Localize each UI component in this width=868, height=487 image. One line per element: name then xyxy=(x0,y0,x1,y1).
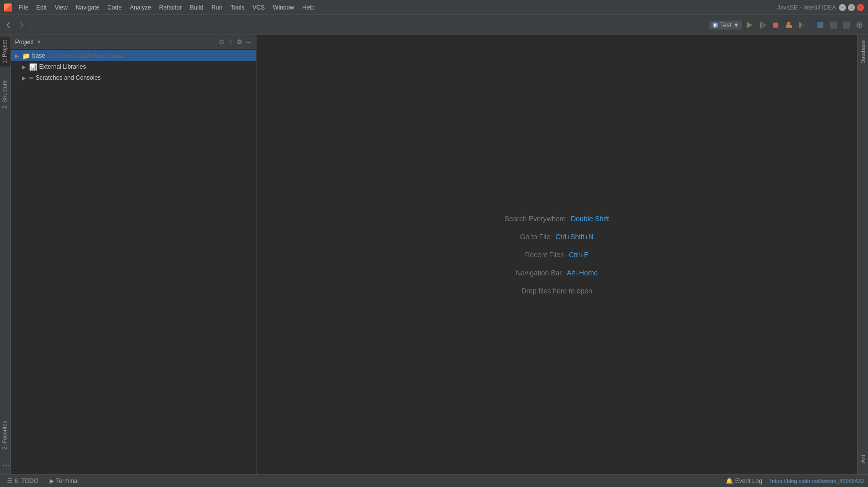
sidebar-item-database[interactable]: Database xyxy=(858,37,867,67)
left-tool-windows: 1: Project 2: Structure 2: Favorites ⋮ xyxy=(0,35,11,474)
run-config-selector[interactable]: Test ▼ xyxy=(709,21,742,30)
settings-button[interactable] xyxy=(854,20,865,31)
run-config-name: Test xyxy=(720,22,731,29)
tree-item-base[interactable]: ▶ 📁 base D:\Develop\IDEA\JavaSE\base xyxy=(11,50,256,61)
collapse-all-icon[interactable]: ≡ xyxy=(228,37,234,47)
stop-button[interactable] xyxy=(770,20,781,31)
project-panel: Project ▼ ⊙ ≡ ⚙ ─ ▶ 📁 base D:\Develop\ID… xyxy=(11,35,257,474)
menu-file[interactable]: File xyxy=(15,3,32,12)
hint-drop-files: Drop files here to open xyxy=(521,287,592,295)
update-button[interactable] xyxy=(815,20,826,31)
project-dropdown-arrow[interactable]: ▼ xyxy=(37,39,42,45)
hint-search-everywhere: Search Everywhere Double Shift xyxy=(505,215,609,223)
tab-todo[interactable]: ☰ 6: TODO xyxy=(4,476,42,485)
hint-nav-label: Navigation Bar xyxy=(516,269,562,277)
title-bar: File Edit View Navigate Code Analyze Ref… xyxy=(0,0,868,15)
menu-code[interactable]: Code xyxy=(104,3,125,12)
window-controls: ─ □ ✕ xyxy=(839,4,864,11)
menu-analyze[interactable]: Analyze xyxy=(126,3,155,12)
todo-icon: ☰ xyxy=(7,477,13,484)
tree-item-scratches[interactable]: ▶ ✏ Scratches and Consoles xyxy=(11,72,256,83)
svg-rect-7 xyxy=(787,22,790,26)
toolbar-separator-2 xyxy=(811,20,811,30)
svg-marker-2 xyxy=(747,22,752,28)
locate-icon[interactable]: ⊙ xyxy=(218,37,226,47)
svg-marker-8 xyxy=(799,22,804,28)
menu-run[interactable]: Run xyxy=(208,3,226,12)
gear-icon[interactable]: ⚙ xyxy=(236,37,244,47)
project-tree: ▶ 📁 base D:\Develop\IDEA\JavaSE\base ▶ 📊… xyxy=(11,49,256,474)
run-config-dropdown-icon: ▼ xyxy=(733,22,739,29)
maximize-button[interactable]: □ xyxy=(848,4,855,11)
toolbar: Test ▼ xyxy=(0,15,868,35)
menu-window[interactable]: Window xyxy=(269,3,298,12)
tree-arrow-ext-lib: ▶ xyxy=(22,64,27,70)
menu-edit[interactable]: Edit xyxy=(33,3,50,12)
right-tool-windows: Database Ant xyxy=(857,35,868,474)
close-button[interactable]: ✕ xyxy=(857,4,864,11)
project-panel-icons: ⊙ ≡ ⚙ ─ xyxy=(218,37,252,47)
event-log-label: Event Log xyxy=(735,477,762,484)
tree-label-scratches: Scratches and Consoles xyxy=(36,74,101,81)
menu-view[interactable]: View xyxy=(51,3,71,12)
folder-icon: 📁 xyxy=(22,52,30,60)
menu-tools[interactable]: Tools xyxy=(227,3,248,12)
menu-help[interactable]: Help xyxy=(299,3,318,12)
svg-rect-9 xyxy=(817,22,823,28)
hint-goto-shortcut: Ctrl+Shift+N xyxy=(555,233,593,241)
history-button[interactable] xyxy=(841,20,852,31)
back-button[interactable] xyxy=(3,20,14,31)
hint-search-label: Search Everywhere xyxy=(505,215,566,223)
hint-goto-label: Go to File xyxy=(520,233,551,241)
menu-vcs[interactable]: VCS xyxy=(249,3,269,12)
hint-goto-file: Go to File Ctrl+Shift+N xyxy=(520,233,594,241)
tree-item-external-libraries[interactable]: ▶ 📊 External Libraries xyxy=(11,61,256,72)
project-panel-title: Project xyxy=(15,39,34,46)
build-button[interactable] xyxy=(783,20,794,31)
bottom-bar: ☰ 6: TODO ▶ Terminal 🔔 Event Log https:/… xyxy=(0,474,868,487)
hint-recent-label: Recent Files xyxy=(525,251,564,259)
svg-rect-11 xyxy=(843,22,850,29)
svg-point-13 xyxy=(858,24,860,26)
hint-recent-files: Recent Files Ctrl+E xyxy=(525,251,588,259)
tree-label-external-libraries: External Libraries xyxy=(39,63,86,70)
sidebar-item-project[interactable]: 1: Project xyxy=(0,37,11,66)
coverage-button[interactable] xyxy=(796,20,807,31)
menu-refactor[interactable]: Refactor xyxy=(156,3,185,12)
debug-button[interactable] xyxy=(757,20,768,31)
hint-nav-shortcut: Alt+Home xyxy=(567,269,598,277)
scratch-icon: ✏ xyxy=(29,75,34,81)
forward-button[interactable] xyxy=(16,20,27,31)
menu-bar: File Edit View Navigate Code Analyze Ref… xyxy=(15,3,774,12)
sidebar-item-structure[interactable]: 2: Structure xyxy=(0,77,11,112)
terminal-icon: ▶ xyxy=(50,477,54,484)
hide-icon[interactable]: ─ xyxy=(246,37,252,47)
sidebar-item-plugins[interactable]: ⋮ xyxy=(0,458,11,472)
hint-recent-shortcut: Ctrl+E xyxy=(569,251,588,259)
svg-rect-10 xyxy=(830,22,837,29)
tree-arrow-base: ▶ xyxy=(15,53,20,59)
app-icon xyxy=(4,4,12,12)
toolbar-separator-1 xyxy=(31,20,31,30)
menu-build[interactable]: Build xyxy=(186,3,207,12)
menu-navigate[interactable]: Navigate xyxy=(72,3,103,12)
minimize-button[interactable]: ─ xyxy=(839,4,846,11)
sidebar-item-favorites[interactable]: 2: Favorites xyxy=(0,418,11,452)
vcs-button[interactable] xyxy=(828,20,839,31)
tab-terminal[interactable]: ▶ Terminal xyxy=(47,476,82,485)
hint-navigation-bar: Navigation Bar Alt+Home xyxy=(516,269,598,277)
hint-drop-label: Drop files here to open xyxy=(521,287,592,295)
terminal-label: Terminal xyxy=(56,477,79,484)
status-link[interactable]: https://blog.csdn.net/weixin_45965432 xyxy=(770,478,864,484)
event-log-icon: 🔔 xyxy=(726,477,733,484)
tree-path-base: D:\Develop\IDEA\JavaSE\base xyxy=(49,53,125,59)
event-log-button[interactable]: 🔔 Event Log xyxy=(723,476,765,485)
tree-arrow-scratches: ▶ xyxy=(22,75,27,81)
app-title: JavaSE - IntelliJ IDEA xyxy=(777,4,836,11)
editor-area: Search Everywhere Double Shift Go to Fil… xyxy=(257,35,857,474)
sidebar-item-ant[interactable]: Ant xyxy=(858,452,867,466)
hint-search-shortcut: Double Shift xyxy=(571,215,609,223)
todo-label: 6: TODO xyxy=(15,477,39,484)
main-area: 1: Project 2: Structure 2: Favorites ⋮ P… xyxy=(0,35,868,474)
run-button[interactable] xyxy=(744,20,755,31)
